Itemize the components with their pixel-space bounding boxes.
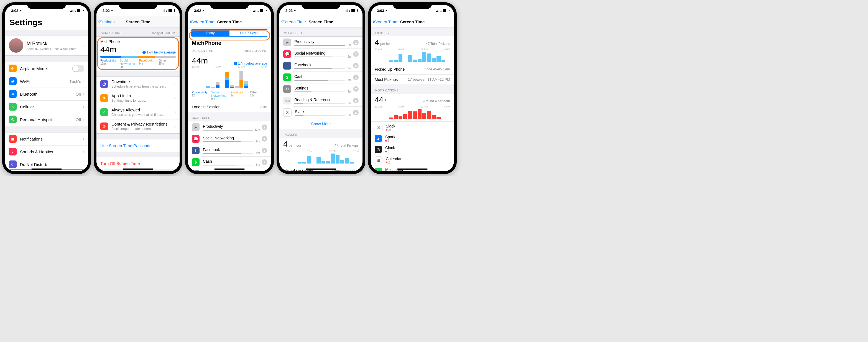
phone-1: 3:02➤ ⏚ Settings M Potuck Apple ID, iClo… [2, 2, 91, 174]
app-productivity[interactable]: ➤Productivity12m⧗ [279, 37, 363, 48]
cell-icon: ◉ [9, 77, 17, 85]
hourglass-icon[interactable]: ⧗ [261, 148, 267, 153]
chevron-right-icon: › [83, 104, 84, 109]
home-indicator[interactable] [214, 168, 245, 169]
cell-label: Cellular [20, 104, 83, 109]
cell-value: Off [76, 117, 81, 122]
seg-today[interactable]: Today [191, 30, 229, 36]
hourglass-icon[interactable]: ⧗ [261, 159, 267, 165]
option-always-allowed[interactable]: ✓Always AllowedChoose apps you want at a… [96, 105, 180, 119]
summary-card[interactable]: MichPhone› 44m ↓17m below average Produc… [96, 37, 180, 71]
pickups-header: PICKUPS [279, 129, 363, 138]
app-icon: ◷ [375, 146, 382, 153]
seg-last7[interactable]: Last 7 Days [229, 30, 268, 36]
signal-icon [253, 9, 256, 12]
app-facebook[interactable]: fFacebook9m⧗ [279, 60, 363, 71]
notif-app-calendar[interactable]: ▦Calendar2 [371, 155, 454, 166]
app-name: Spark [385, 135, 450, 139]
hourglass-icon[interactable]: ⧗ [353, 86, 359, 92]
cell-cellular[interactable]: ⏦ Cellular › [5, 100, 88, 113]
app-facebook[interactable]: fFacebook9m⧗ [188, 145, 271, 156]
app-name: Cash [203, 159, 253, 163]
home-indicator[interactable] [306, 168, 336, 169]
option-app-limits[interactable]: ⧗App LimitsSet time limits for apps.› [96, 91, 180, 105]
cell-notifications[interactable]: ◼ Notifications › [5, 132, 88, 145]
chevron-right-icon: › [83, 79, 84, 84]
hourglass-icon[interactable]: ⧗ [261, 124, 267, 130]
back-button[interactable]: ‹Settings [98, 19, 115, 25]
pickups-stat: 4 per hour 47 Total Pickups [279, 138, 363, 149]
cell-bluetooth[interactable]: ∗ Bluetooth On › [5, 88, 88, 100]
app-icon: f [283, 62, 291, 69]
app-cash[interactable]: $Cash8m⧗ [279, 71, 363, 83]
stat-row[interactable]: Picked Up PhoneOnce every 14m [371, 64, 454, 74]
back-button[interactable]: ‹Screen Time [190, 19, 215, 25]
back-button[interactable]: ‹Screen Time [281, 19, 306, 25]
below-average: ↓17m below average [234, 62, 267, 65]
location-icon: ➤ [20, 9, 22, 12]
category-bar [100, 56, 176, 58]
app-duration: 9m [347, 55, 351, 58]
notif-app-slack[interactable]: SSlack26 [371, 122, 454, 133]
chevron-right-icon: › [83, 117, 84, 122]
status-time: 3:02 [11, 8, 18, 13]
home-indicator[interactable] [31, 168, 62, 169]
app-social-networking[interactable]: 💬Social Networking9m⧗ [188, 133, 271, 145]
cell-icon: ⏦ [9, 103, 17, 111]
option-content-privacy-restrictions[interactable]: ⊘Content & Privacy RestrictionsBlock ina… [96, 119, 180, 133]
chevron-right-icon: › [83, 149, 84, 154]
below-average: ↓17m below average [143, 51, 176, 54]
cell-personal-hotspot[interactable]: ⊚ Personal Hotspot Off › [5, 113, 88, 126]
content[interactable]: SCREEN TIMEToday at 3:00 PM MichPhone› 4… [96, 27, 180, 171]
notif-app-spark[interactable]: ▲Spark7 [371, 133, 454, 144]
link-1[interactable]: Turn Off Screen Time [96, 157, 180, 169]
hourglass-icon[interactable]: ⧗ [353, 110, 359, 115]
home-indicator[interactable] [123, 168, 153, 169]
hourglass-icon[interactable]: ⧗ [353, 98, 359, 103]
app-settings[interactable]: ⚙Settings4m⧗ [279, 83, 363, 95]
cell-airplane-mode[interactable]: ✈ Airplane Mode [5, 62, 88, 75]
settings-list[interactable]: Settings M Potuck Apple ID, iCloud, iTun… [5, 16, 88, 171]
battery-icon [351, 9, 358, 12]
app-social-networking[interactable]: 💬Social Networking9m⧗ [279, 48, 363, 60]
option-downtime[interactable]: ⏻DowntimeSchedule time away from the scr… [96, 77, 180, 91]
content[interactable]: Today Last 7 Days MichPhone SCREEN TIMET… [188, 27, 271, 171]
cell-label: Notifications [20, 137, 83, 141]
hourglass-icon[interactable]: ⧗ [353, 40, 359, 45]
longest-session-row[interactable]: Longest Session21m [188, 102, 271, 112]
notif-app-clock[interactable]: ◷Clock3 [371, 144, 454, 155]
stat-row[interactable]: Most Pickups17 between 11 AM–12 PM [371, 74, 454, 85]
profile-cell[interactable]: M Potuck Apple ID, iCloud, iTunes & App … [5, 35, 88, 56]
content[interactable]: PICKUPS 4 per hour 47 Total Pickups 12 A… [371, 27, 454, 171]
content[interactable]: MOST USED ➤Productivity12m⧗💬Social Netwo… [279, 27, 363, 171]
cell-wi-fi[interactable]: ◉ Wi-Fi Tuck's › [5, 75, 88, 88]
chevron-right-icon: › [174, 124, 176, 129]
option-sub: Schedule time away from the screen. [112, 85, 174, 88]
device-name: MichPhone [100, 39, 120, 44]
app-productivity[interactable]: ➤Productivity12m⧗ [188, 121, 271, 133]
app-icon: 💬 [192, 135, 199, 143]
app-slack[interactable]: SSlack2m⧗ [279, 106, 363, 119]
hourglass-icon[interactable]: ⧗ [353, 74, 359, 80]
home-indicator[interactable] [397, 168, 428, 169]
hourglass-icon[interactable]: ⧗ [261, 136, 267, 142]
battery-icon [260, 9, 266, 12]
hourglass-icon[interactable]: ⧗ [353, 51, 359, 57]
toggle[interactable] [72, 65, 84, 72]
app-reading-reference[interactable]: 📖Reading & Reference2m⧗ [279, 95, 363, 106]
phone-3: 3:02➤ ⏚ ‹Screen Time Screen Time Today L… [185, 2, 274, 174]
back-button[interactable]: ‹Screen Time [372, 19, 397, 25]
hourglass-icon[interactable]: ⧗ [353, 63, 359, 68]
status-time: 3:03 [285, 8, 293, 13]
segmented-control[interactable]: Today Last 7 Days [191, 29, 268, 37]
cell-screen-time[interactable]: ⧗ Screen Time › [5, 171, 88, 171]
category: Productivity12m [192, 91, 209, 100]
signal-icon [345, 9, 348, 12]
cell-value: Tuck's [69, 79, 81, 84]
app-name: Facebook [203, 148, 253, 152]
cell-sounds-haptics[interactable]: ♪ Sounds & Haptics › [5, 145, 88, 158]
show-more-button[interactable]: Show More [279, 119, 363, 129]
app-cash[interactable]: $Cash8m⧗ [188, 156, 271, 168]
option-title: Content & Privacy Restrictions [112, 122, 174, 126]
link-0[interactable]: Use Screen Time Passcode [96, 139, 180, 152]
